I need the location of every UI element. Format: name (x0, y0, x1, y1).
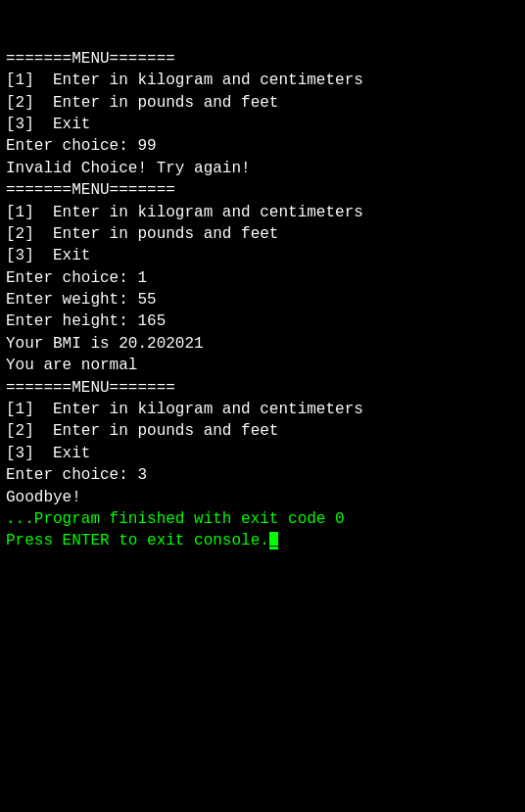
terminal-line: [2] Enter in pounds and feet (6, 223, 519, 245)
terminal-line: Press ENTER to exit console._ (6, 530, 519, 551)
terminal-line: [2] Enter in pounds and feet (6, 420, 519, 442)
terminal-line: [3] Exit (6, 114, 519, 135)
terminal-line: =======MENU======= (6, 377, 519, 399)
terminal-line: Your BMI is 20.202021 (6, 333, 519, 355)
cursor: _ (269, 532, 279, 549)
terminal-line: [1] Enter in kilogram and centimeters (6, 70, 519, 91)
terminal-line: Invalid Choice! Try again! (6, 158, 519, 179)
terminal-line: [3] Exit (6, 443, 519, 464)
terminal-line: Enter height: 165 (6, 310, 519, 332)
terminal-output: =======MENU=======[1] Enter in kilogram … (6, 4, 519, 552)
terminal-line: ...Program finished with exit code 0 (6, 508, 519, 530)
terminal-line: Enter weight: 55 (6, 289, 519, 310)
terminal-line: [1] Enter in kilogram and centimeters (6, 202, 519, 223)
terminal-line: Enter choice: 3 (6, 464, 519, 486)
terminal-line: [1] Enter in kilogram and centimeters (6, 399, 519, 420)
terminal-line: =======MENU======= (6, 48, 519, 70)
terminal-line: [2] Enter in pounds and feet (6, 92, 519, 114)
terminal-line: Enter choice: 1 (6, 267, 519, 289)
terminal-line: You are normal (6, 355, 519, 376)
terminal-line: =======MENU======= (6, 179, 519, 201)
terminal-line: [3] Exit (6, 245, 519, 266)
terminal-line: Enter choice: 99 (6, 135, 519, 157)
terminal-line: Goodbye! (6, 487, 519, 508)
